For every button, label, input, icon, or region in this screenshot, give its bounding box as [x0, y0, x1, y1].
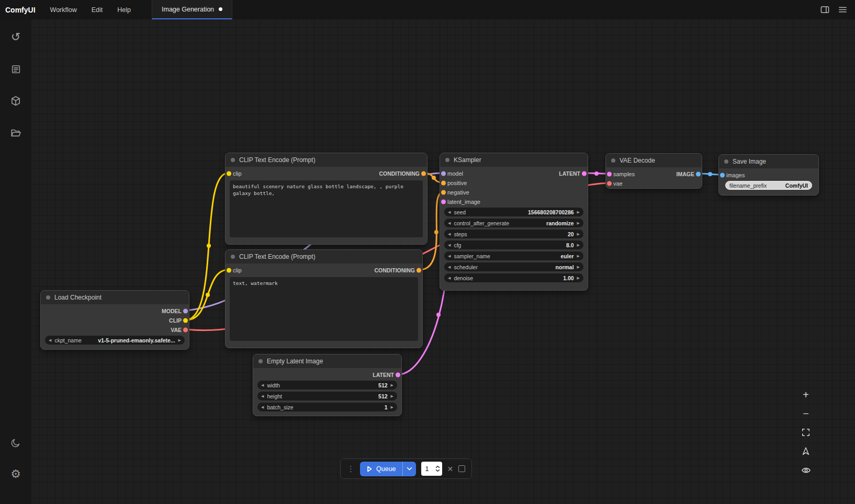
widget-steps[interactable]: ◀ steps 20 ▶ [444, 230, 583, 238]
node-header[interactable]: CLIP Text Encode (Prompt) [226, 153, 427, 167]
menu-edit[interactable]: Edit [84, 0, 110, 19]
output-port-image[interactable] [696, 172, 701, 177]
history-icon[interactable]: ↺ [5, 27, 26, 48]
node-clip-text-encode-negative[interactable]: CLIP Text Encode (Prompt) clip CONDITION… [225, 249, 423, 348]
increment-arrow-icon[interactable]: ▶ [577, 265, 580, 269]
node-header[interactable]: VAE Decode [606, 154, 702, 167]
widget-denoise[interactable]: ◀ denoise 1.00 ▶ [444, 273, 583, 282]
node-header[interactable]: Save Image [719, 155, 818, 168]
node-header[interactable]: KSampler [440, 153, 588, 167]
decrement-arrow-icon[interactable]: ◀ [261, 383, 264, 387]
link-midpoint-dot[interactable] [434, 230, 438, 234]
widget-width[interactable]: ◀ width 512 ▶ [257, 381, 397, 390]
drag-handle-icon[interactable]: ⋮ [347, 465, 355, 473]
node-library-icon[interactable] [5, 90, 26, 111]
input-port-samples[interactable] [607, 172, 612, 177]
output-port-latent[interactable] [582, 171, 587, 176]
node-load-checkpoint[interactable]: Load Checkpoint MODEL CLIP VAE ◀ ckpt_na [40, 290, 189, 350]
widget-control-after-generate[interactable]: ◀ control_after_generate randomize ▶ [444, 219, 583, 227]
batch-count-input[interactable]: 1 [421, 462, 442, 476]
queue-icon[interactable] [5, 59, 26, 79]
node-canvas[interactable]: Load Checkpoint MODEL CLIP VAE ◀ ckpt_na [31, 19, 855, 504]
widget-seed[interactable]: ◀ seed 156680208700286 ▶ [444, 208, 583, 216]
increment-arrow-icon[interactable]: ▶ [577, 221, 580, 225]
output-port-clip[interactable] [183, 318, 188, 323]
decrement-arrow-icon[interactable]: ◀ [448, 210, 451, 214]
prompt-textarea[interactable]: text, watermark [230, 277, 418, 341]
toggle-visibility-eye-icon[interactable] [800, 464, 812, 476]
widget-scheduler[interactable]: ◀ scheduler normal ▶ [444, 262, 583, 271]
increment-icon[interactable] [435, 465, 440, 468]
input-port-model[interactable] [441, 171, 446, 176]
widget-filename-prefix[interactable]: filename_prefix ComfyUI [725, 181, 812, 190]
widget-ckpt-name[interactable]: ◀ ckpt_name v1-5-pruned-emaonly.safete..… [45, 336, 185, 345]
stop-square-icon[interactable] [458, 465, 465, 472]
link-midpoint-dot[interactable] [708, 172, 712, 176]
menu-workflow[interactable]: Workflow [43, 0, 84, 19]
zoom-in-icon[interactable]: + [800, 388, 812, 401]
increment-arrow-icon[interactable]: ▶ [391, 383, 393, 387]
theme-moon-icon[interactable] [5, 432, 26, 453]
collapse-dot[interactable] [231, 158, 235, 162]
node-vae-decode[interactable]: VAE Decode samples IMAGE vae [605, 153, 702, 189]
app-logo[interactable]: ComfyUI [0, 0, 43, 19]
decrement-arrow-icon[interactable]: ◀ [448, 276, 451, 280]
collapse-dot[interactable] [611, 158, 615, 163]
decrement-icon[interactable] [435, 469, 440, 472]
node-header[interactable]: Empty Latent Image [253, 354, 401, 368]
node-save-image[interactable]: Save Image images filename_prefix ComfyU… [718, 154, 819, 196]
settings-gear-icon[interactable]: ⚙ [5, 464, 26, 485]
next-arrow-icon[interactable]: ▶ [178, 338, 181, 342]
collapse-dot[interactable] [258, 359, 263, 363]
increment-arrow-icon[interactable]: ▶ [391, 394, 393, 398]
input-port-negative[interactable] [441, 190, 446, 195]
select-cursor-icon[interactable] [800, 445, 812, 457]
output-port-latent[interactable] [396, 373, 400, 377]
node-ksampler[interactable]: KSampler model LATENT positive negative [440, 153, 588, 291]
workflows-folder-icon[interactable] [5, 122, 26, 143]
input-port-vae[interactable] [607, 181, 612, 186]
input-port-latent-image[interactable] [441, 200, 446, 204]
cancel-x-icon[interactable]: ✕ [447, 465, 454, 473]
prompt-textarea[interactable]: beautiful scenery nature glass bottle la… [230, 180, 423, 237]
collapse-dot[interactable] [724, 159, 728, 164]
increment-arrow-icon[interactable]: ▶ [577, 232, 580, 236]
link-midpoint-dot[interactable] [207, 244, 211, 248]
increment-arrow-icon[interactable]: ▶ [391, 405, 393, 409]
collapse-dot[interactable] [231, 255, 235, 259]
node-clip-text-encode-positive[interactable]: CLIP Text Encode (Prompt) clip CONDITION… [225, 153, 428, 245]
collapse-dot[interactable] [46, 295, 50, 300]
collapse-dot[interactable] [445, 158, 449, 162]
zoom-out-icon[interactable]: − [800, 407, 812, 420]
decrement-arrow-icon[interactable]: ◀ [261, 394, 264, 398]
prev-arrow-icon[interactable]: ◀ [49, 338, 51, 342]
link-midpoint-dot[interactable] [432, 176, 436, 180]
output-port-conditioning[interactable] [417, 268, 421, 273]
toggle-panel-icon[interactable] [817, 3, 832, 17]
decrement-arrow-icon[interactable]: ◀ [448, 221, 451, 225]
link-midpoint-dot[interactable] [206, 293, 210, 297]
menu-help[interactable]: Help [110, 0, 138, 19]
widget-sampler-name[interactable]: ◀ sampler_name euler ▶ [444, 251, 583, 260]
node-header[interactable]: Load Checkpoint [41, 291, 189, 304]
input-port-positive[interactable] [441, 181, 446, 186]
increment-arrow-icon[interactable]: ▶ [577, 254, 580, 258]
widget-cfg[interactable]: ◀ cfg 8.0 ▶ [444, 240, 583, 249]
fit-view-icon[interactable] [800, 426, 812, 439]
decrement-arrow-icon[interactable]: ◀ [448, 254, 451, 258]
node-empty-latent-image[interactable]: Empty Latent Image LATENT ◀ width 512 ▶ … [253, 354, 402, 416]
unsaved-indicator-dot[interactable] [219, 7, 222, 11]
output-port-model[interactable] [183, 309, 188, 314]
queue-options-chevron-icon[interactable] [402, 462, 416, 476]
output-port-vae[interactable] [183, 328, 188, 333]
increment-arrow-icon[interactable]: ▶ [577, 276, 580, 280]
hamburger-menu-icon[interactable] [835, 3, 850, 17]
decrement-arrow-icon[interactable]: ◀ [448, 265, 451, 269]
input-port-images[interactable] [720, 173, 725, 178]
decrement-arrow-icon[interactable]: ◀ [261, 405, 264, 409]
queue-button[interactable]: Queue [360, 462, 416, 476]
link-midpoint-dot[interactable] [594, 171, 599, 176]
decrement-arrow-icon[interactable]: ◀ [448, 243, 451, 247]
tab-image-generation[interactable]: Image Generation [152, 0, 232, 19]
widget-height[interactable]: ◀ height 512 ▶ [257, 392, 397, 400]
